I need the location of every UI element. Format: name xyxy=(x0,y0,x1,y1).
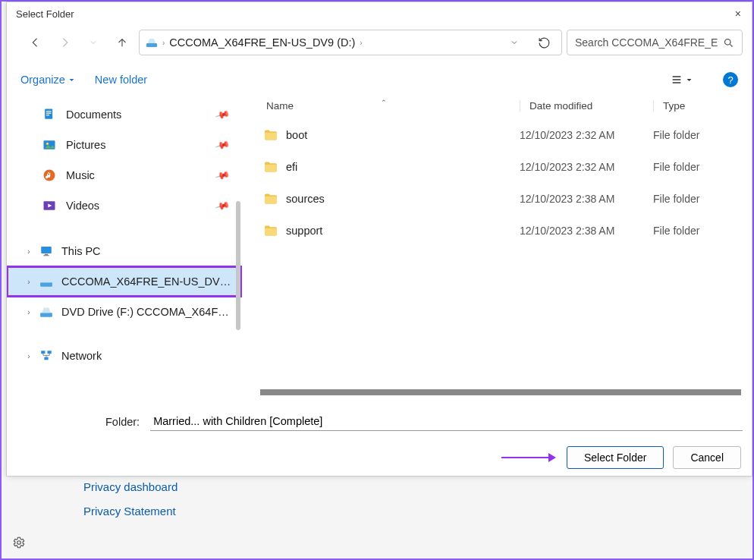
expand-chevron-icon[interactable]: › xyxy=(22,352,36,360)
forward-button[interactable] xyxy=(52,30,77,55)
quick-access-label: Pictures xyxy=(66,139,105,151)
quick-access-item[interactable]: Videos 📌 xyxy=(7,190,242,221)
svg-rect-18 xyxy=(44,357,48,360)
file-date: 12/10/2023 2:32 AM xyxy=(520,129,653,141)
quick-access-label: Music xyxy=(66,169,95,181)
file-date: 12/10/2023 2:32 AM xyxy=(520,161,653,173)
file-name: support xyxy=(286,225,322,237)
expand-chevron-icon[interactable]: › xyxy=(22,308,36,316)
tree-item-label: Network xyxy=(61,350,236,362)
svg-rect-12 xyxy=(45,254,49,256)
pictures-icon xyxy=(42,137,57,153)
file-name: boot xyxy=(286,129,307,141)
close-icon[interactable]: × xyxy=(735,8,743,20)
tree-item[interactable]: › This PC xyxy=(7,236,242,266)
svg-rect-16 xyxy=(41,351,45,354)
file-type: File folder xyxy=(653,193,752,205)
svg-point-0 xyxy=(17,541,21,545)
file-type: File folder xyxy=(653,225,752,237)
quick-access-item[interactable]: Documents 📌 xyxy=(7,99,242,130)
pin-icon: 📌 xyxy=(214,168,230,184)
file-row[interactable]: sources 12/10/2023 2:38 AM File folder xyxy=(242,183,752,215)
quick-access-item[interactable]: Pictures 📌 xyxy=(7,130,242,160)
back-button[interactable] xyxy=(24,30,48,55)
file-name: efi xyxy=(286,161,297,173)
svg-rect-15 xyxy=(40,313,52,317)
drive-icon xyxy=(146,36,158,49)
column-name[interactable]: Name ⌃ xyxy=(242,100,520,112)
breadcrumb-current[interactable]: CCCOMA_X64FRE_EN-US_DV9 (D:) xyxy=(169,36,355,49)
file-date: 12/10/2023 2:38 AM xyxy=(520,193,653,205)
annotation-arrow-icon xyxy=(501,453,556,462)
chevron-down-icon[interactable] xyxy=(504,38,525,47)
folder-name-input[interactable] xyxy=(150,412,743,431)
svg-rect-5 xyxy=(46,113,52,114)
dialog-titlebar: Select Folder × xyxy=(7,2,752,25)
sort-indicator-icon: ⌃ xyxy=(381,99,387,106)
pin-icon: 📌 xyxy=(214,107,230,123)
address-bar[interactable]: › CCCOMA_X64FRE_EN-US_DV9 (D:) › xyxy=(139,30,562,55)
privacy-statement-link[interactable]: Privacy Statement xyxy=(83,499,178,524)
folder-label: Folder: xyxy=(105,416,140,428)
videos-icon xyxy=(42,198,57,213)
file-row[interactable]: boot 12/10/2023 2:32 AM File folder xyxy=(242,119,752,151)
up-button[interactable] xyxy=(110,30,134,55)
quick-access-label: Documents xyxy=(66,109,121,121)
expand-chevron-icon[interactable]: › xyxy=(22,247,36,256)
cancel-button[interactable]: Cancel xyxy=(673,446,741,469)
tree-item[interactable]: › CCCOMA_X64FRE_EN-US_DV9 (D:) xyxy=(7,266,242,297)
svg-rect-14 xyxy=(40,282,52,287)
tree-item-label: DVD Drive (F:) CCCOMA_X64FRE_E xyxy=(61,306,236,318)
tree-item-label: CCCOMA_X64FRE_EN-US_DV9 (D:) xyxy=(61,275,236,288)
help-icon[interactable]: ? xyxy=(723,72,738,87)
svg-point-8 xyxy=(46,143,49,145)
recent-dropdown-icon[interactable] xyxy=(81,30,105,55)
disc-icon xyxy=(39,275,54,288)
svg-rect-1 xyxy=(146,43,157,47)
select-folder-button[interactable]: Select Folder xyxy=(567,446,664,469)
search-input[interactable] xyxy=(575,36,718,49)
file-type: File folder xyxy=(653,129,752,141)
expand-chevron-icon[interactable]: › xyxy=(22,278,36,286)
file-row[interactable]: support 12/10/2023 2:38 AM File folder xyxy=(242,215,752,247)
file-list: Name ⌃ Date modified Type boot 12/10/202… xyxy=(242,93,752,397)
nav-row: › CCCOMA_X64FRE_EN-US_DV9 (D:) › xyxy=(7,25,752,66)
svg-rect-6 xyxy=(46,115,49,115)
search-box[interactable] xyxy=(567,30,743,55)
svg-rect-3 xyxy=(45,109,52,119)
dialog-title: Select Folder xyxy=(16,8,74,20)
quick-access-label: Videos xyxy=(66,200,99,212)
tree-item[interactable]: › Network xyxy=(7,341,242,371)
tree-item-label: This PC xyxy=(61,245,236,257)
dialog-buttons: Select Folder Cancel xyxy=(7,439,752,478)
svg-rect-13 xyxy=(43,255,49,256)
column-date[interactable]: Date modified xyxy=(520,100,653,112)
breadcrumb-separator-icon: › xyxy=(360,39,362,47)
svg-rect-17 xyxy=(48,351,52,354)
search-icon xyxy=(723,37,734,49)
quick-access-item[interactable]: Music 📌 xyxy=(7,160,242,190)
column-type[interactable]: Type xyxy=(653,100,752,112)
svg-rect-11 xyxy=(41,247,52,253)
pin-icon: 📌 xyxy=(214,198,230,214)
view-options-button[interactable] xyxy=(668,74,696,86)
organize-menu[interactable]: Organize xyxy=(20,74,75,86)
horizontal-scrollbar[interactable] xyxy=(260,389,741,395)
music-icon xyxy=(42,168,57,183)
folder-name-row: Folder: xyxy=(7,397,752,439)
svg-point-2 xyxy=(725,39,731,45)
privacy-dashboard-link[interactable]: Privacy dashboard xyxy=(83,475,178,499)
refresh-button[interactable] xyxy=(533,31,555,54)
disc-icon xyxy=(39,305,54,319)
file-type: File folder xyxy=(653,161,752,173)
settings-gear-icon[interactable] xyxy=(12,536,26,549)
scrollbar-thumb[interactable] xyxy=(236,201,240,330)
new-folder-button[interactable]: New folder xyxy=(95,74,147,86)
pc-icon xyxy=(39,244,54,258)
navigation-pane: Documents 📌 Pictures 📌 Music 📌 Videos 📌 … xyxy=(7,93,242,397)
tree-item[interactable]: › DVD Drive (F:) CCCOMA_X64FRE_E xyxy=(7,297,242,327)
file-row[interactable]: efi 12/10/2023 2:32 AM File folder xyxy=(242,151,752,183)
documents-icon xyxy=(42,107,57,122)
network-icon xyxy=(39,349,54,363)
svg-rect-4 xyxy=(46,111,52,112)
